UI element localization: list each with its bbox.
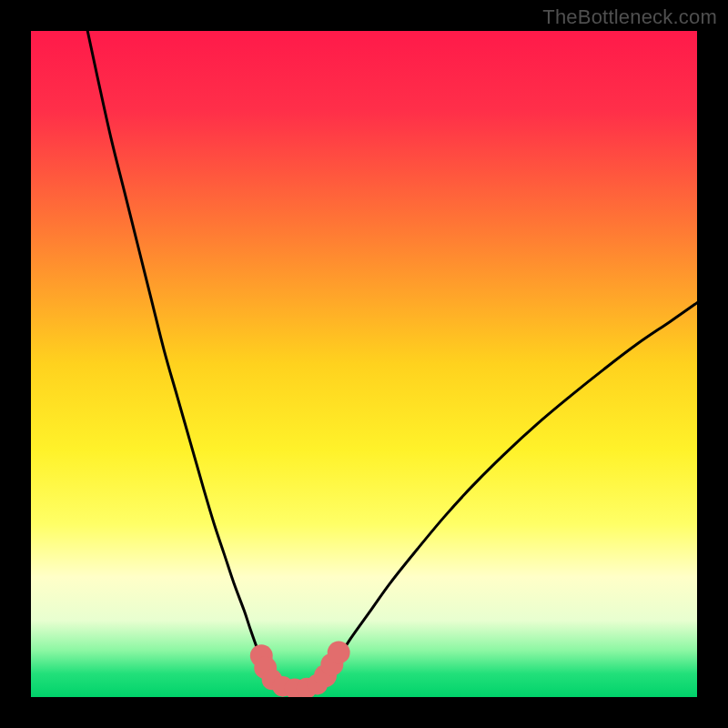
marker-right-upper (328, 642, 350, 664)
plot-background-gradient (31, 31, 697, 697)
watermark-text: TheBottleneck.com (542, 5, 717, 29)
chart-frame: TheBottleneck.com (0, 0, 728, 728)
bottleneck-chart (0, 0, 728, 728)
